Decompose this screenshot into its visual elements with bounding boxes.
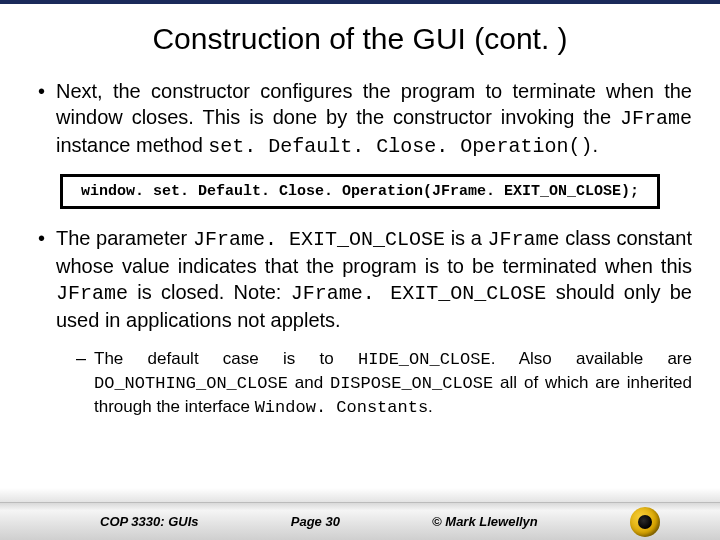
b2-code2: JFrame [488, 228, 560, 251]
s-code4: Window. Constants [255, 398, 428, 417]
bullet-2-text: The parameter JFrame. EXIT_ON_CLOSE is a… [56, 225, 692, 333]
b1-mid: instance method [56, 134, 208, 156]
bullet-marker: • [38, 78, 56, 160]
slide-body: Construction of the GUI (cont. ) • Next,… [0, 0, 720, 419]
footer-page: Page 30 [291, 514, 340, 529]
slide-title: Construction of the GUI (cont. ) [28, 22, 692, 56]
b1-code1: JFrame [620, 107, 692, 130]
footer-course: COP 3330: GUIs [100, 514, 199, 529]
b1-pre: Next, the constructor configures the pro… [56, 80, 692, 128]
ucf-logo-icon [630, 507, 660, 537]
b1-code2: set. Default. Close. Operation() [208, 135, 592, 158]
b2-mid1: is a [445, 227, 487, 249]
s-mid2: and [288, 373, 330, 392]
footer-gradient [0, 488, 720, 502]
s-mid1: . Also available are [491, 349, 692, 368]
sub-text: The default case is to HIDE_ON_CLOSE. Al… [94, 347, 692, 419]
bullet-1: • Next, the constructor configures the p… [38, 78, 692, 160]
s-code2: DO_NOTHING_ON_CLOSE [94, 374, 288, 393]
b2-pre: The parameter [56, 227, 193, 249]
s-pre: The default case is to [94, 349, 358, 368]
s-code3: DISPOSE_ON_CLOSE [330, 374, 493, 393]
b1-post: . [592, 134, 598, 156]
b2-code4: JFrame. EXIT_ON_CLOSE [291, 282, 547, 305]
sub-marker: – [76, 347, 94, 419]
b2-code3: JFrame [56, 282, 128, 305]
b2-mid3: is closed. Note: [128, 281, 291, 303]
sub-bullet: – The default case is to HIDE_ON_CLOSE. … [76, 347, 692, 419]
s-code1: HIDE_ON_CLOSE [358, 350, 491, 369]
footer-copyright: © Mark Llewellyn [432, 514, 538, 529]
bullet-marker: • [38, 225, 56, 333]
bullet-2: • The parameter JFrame. EXIT_ON_CLOSE is… [38, 225, 692, 333]
bullet-1-text: Next, the constructor configures the pro… [56, 78, 692, 160]
footer-bar: COP 3330: GUIs Page 30 © Mark Llewellyn [0, 502, 720, 540]
b2-code1: JFrame. EXIT_ON_CLOSE [193, 228, 445, 251]
s-post: . [428, 397, 433, 416]
code-box: window. set. Default. Close. Operation(J… [60, 174, 660, 209]
top-rule [0, 0, 720, 4]
